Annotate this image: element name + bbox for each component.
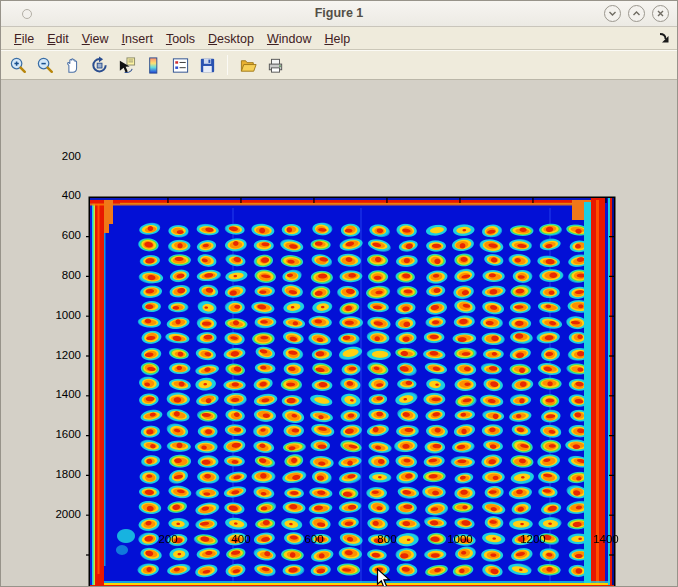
y-tick-label: 2000 [39,508,81,520]
y-tick-label: 1200 [39,349,81,361]
y-tick-label: 1400 [39,388,81,400]
image-plot[interactable] [84,192,620,587]
window-title: Figure 1 [1,6,677,20]
menu-item-tools[interactable]: Tools [166,32,195,46]
y-tick-label: 400 [39,189,81,201]
menubar: FileEditViewInsertToolsDesktopWindowHelp [1,27,677,50]
dock-figure-icon[interactable] [658,32,670,44]
figure-canvas-area: 2004006008001000120014001600180020002004… [1,81,677,587]
save-icon[interactable] [196,54,218,76]
chevron-down-icon [607,8,618,19]
y-tick-label: 600 [39,229,81,241]
titlebar[interactable]: Figure 1 [1,1,677,27]
maximize-button[interactable] [628,5,645,22]
figure-toolbar [1,50,677,80]
y-tick-label: 1600 [39,428,81,440]
y-tick-label: 1000 [39,309,81,321]
y-tick-label: 200 [39,150,81,162]
menu-item-file[interactable]: File [14,32,34,46]
menu-items: FileEditViewInsertToolsDesktopWindowHelp [14,29,363,47]
close-button[interactable] [652,5,669,22]
menu-item-desktop[interactable]: Desktop [208,32,254,46]
print-icon[interactable] [264,54,286,76]
toolbar-separator [227,55,228,75]
menu-item-insert[interactable]: Insert [122,32,153,46]
insert-legend-icon[interactable] [169,54,191,76]
figure-window: Figure 1 FileEditViewInsertToolsDesktopW… [0,0,678,587]
zoom-in-icon[interactable] [7,54,29,76]
pan-hand-icon[interactable] [61,54,83,76]
open-folder-icon[interactable] [237,54,259,76]
zoom-out-icon[interactable] [34,54,56,76]
shade-button[interactable] [604,5,621,22]
close-icon [655,8,666,19]
y-tick-label: 1800 [39,468,81,480]
insert-colorbar-icon[interactable] [142,54,164,76]
data-cursor-icon[interactable] [115,54,137,76]
chevron-up-icon [631,8,642,19]
y-tick-label: 800 [39,269,81,281]
menu-item-help[interactable]: Help [324,32,350,46]
menu-item-window[interactable]: Window [267,32,311,46]
window-controls [604,5,669,22]
rotate-3d-icon[interactable] [88,54,110,76]
menu-item-view[interactable]: View [82,32,109,46]
menu-item-edit[interactable]: Edit [47,32,69,46]
